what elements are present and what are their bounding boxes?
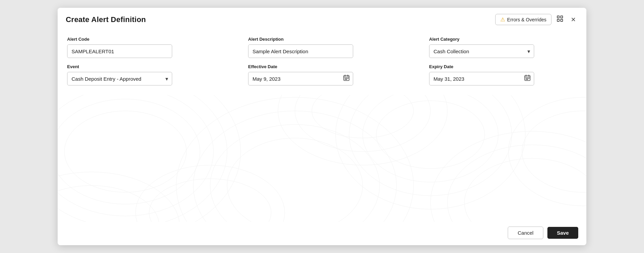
close-button[interactable]: ✕ bbox=[568, 15, 578, 25]
svg-point-39 bbox=[136, 165, 285, 222]
svg-point-36 bbox=[447, 145, 586, 222]
expiry-date-wrapper bbox=[429, 72, 534, 85]
effective-date-input[interactable] bbox=[248, 72, 353, 85]
svg-point-22 bbox=[64, 111, 186, 192]
dialog-title: Create Alert Definition bbox=[66, 15, 146, 24]
alert-code-group: Alert Code bbox=[67, 37, 172, 58]
alert-code-label: Alert Code bbox=[67, 37, 172, 42]
dialog-footer: Cancel Save bbox=[58, 222, 586, 245]
event-select-wrapper: Cash Deposit Entry - Approved Other ▾ bbox=[67, 72, 172, 85]
expand-button[interactable] bbox=[554, 14, 566, 25]
effective-date-group: Effective Date bbox=[248, 64, 353, 85]
svg-point-29 bbox=[193, 111, 397, 222]
expiry-date-group: Expiry Date bbox=[429, 64, 534, 85]
svg-point-41 bbox=[295, 95, 430, 152]
effective-date-wrapper bbox=[248, 72, 353, 85]
dialog-header: Create Alert Definition ⚠ Errors & Overr… bbox=[58, 8, 586, 30]
alert-code-input[interactable] bbox=[67, 44, 172, 58]
alert-description-group: Alert Description bbox=[248, 37, 353, 58]
svg-point-37 bbox=[430, 131, 586, 222]
cancel-button[interactable]: Cancel bbox=[508, 227, 543, 239]
svg-point-23 bbox=[58, 99, 200, 204]
expiry-date-label: Expiry Date bbox=[429, 64, 534, 69]
svg-point-46 bbox=[58, 172, 180, 222]
svg-rect-1 bbox=[561, 16, 563, 18]
form-row-2: Event Cash Deposit Entry - Approved Othe… bbox=[67, 64, 577, 85]
create-alert-dialog: Create Alert Definition ⚠ Errors & Overr… bbox=[58, 8, 586, 245]
svg-point-24 bbox=[58, 95, 214, 216]
form-area: Alert Code Alert Description Alert Categ… bbox=[58, 30, 586, 95]
svg-rect-3 bbox=[561, 19, 563, 21]
alert-category-label: Alert Category bbox=[429, 37, 534, 42]
event-label: Event bbox=[67, 64, 172, 69]
warning-icon: ⚠ bbox=[500, 16, 505, 23]
svg-point-45 bbox=[58, 186, 159, 222]
svg-point-30 bbox=[176, 97, 414, 222]
expiry-date-input[interactable] bbox=[429, 72, 534, 85]
svg-point-35 bbox=[464, 158, 586, 222]
errors-overrides-button[interactable]: ⚠ Errors & Overrides bbox=[495, 14, 551, 25]
errors-overrides-label: Errors & Overrides bbox=[507, 17, 546, 22]
svg-rect-0 bbox=[557, 16, 559, 18]
event-select[interactable]: Cash Deposit Entry - Approved Other bbox=[67, 72, 172, 85]
save-button[interactable]: Save bbox=[547, 227, 578, 239]
event-group: Event Cash Deposit Entry - Approved Othe… bbox=[67, 64, 172, 85]
body-area bbox=[58, 95, 586, 222]
form-row-1: Alert Code Alert Description Alert Categ… bbox=[67, 37, 577, 58]
effective-date-label: Effective Date bbox=[248, 64, 353, 69]
svg-point-28 bbox=[210, 124, 380, 222]
alert-category-select[interactable]: Cash Collection Other bbox=[429, 44, 534, 58]
topo-background bbox=[58, 95, 586, 222]
svg-point-44 bbox=[508, 97, 586, 206]
svg-rect-2 bbox=[557, 19, 559, 21]
svg-point-27 bbox=[227, 138, 363, 222]
alert-description-input[interactable] bbox=[248, 44, 353, 58]
alert-category-group: Alert Category Cash Collection Other ▾ bbox=[429, 37, 534, 58]
svg-point-43 bbox=[522, 111, 586, 192]
alert-description-label: Alert Description bbox=[248, 37, 353, 42]
header-actions: ⚠ Errors & Overrides ✕ bbox=[495, 14, 578, 25]
alert-category-select-wrapper: Cash Collection Other ▾ bbox=[429, 44, 534, 58]
